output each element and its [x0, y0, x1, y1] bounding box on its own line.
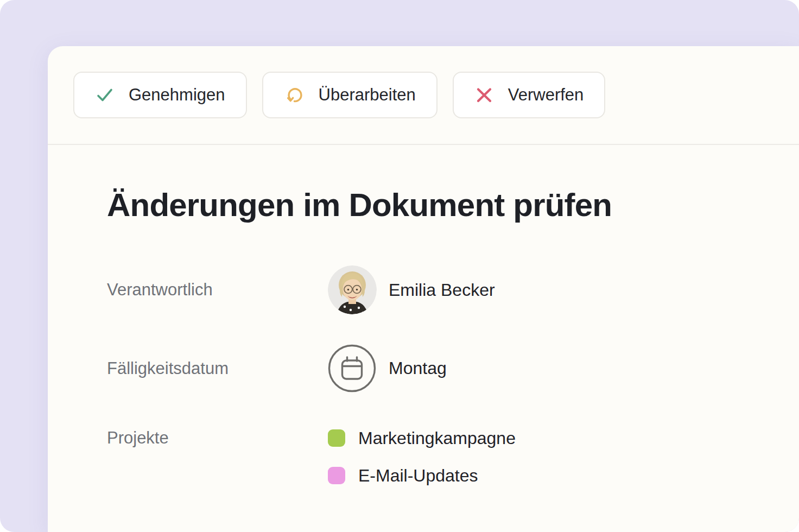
assignee-field-value[interactable]: Emilia Becker — [328, 265, 495, 314]
project-name: Marketingkampagne — [358, 427, 516, 449]
due-date-field-label: Fälligkeitsdatum — [107, 359, 328, 378]
project-item-marketing[interactable]: Marketingkampagne — [328, 427, 516, 449]
check-icon — [95, 85, 115, 105]
due-date-value: Montag — [389, 358, 447, 378]
field-row-assignee: Verantwortlich — [107, 265, 777, 314]
task-detail-card: Genehmigen Überarbeiten — [48, 46, 799, 532]
assignee-field-label: Verantwortlich — [107, 280, 328, 300]
field-row-due-date: Fälligkeitsdatum Montag — [107, 344, 777, 392]
assignee-avatar — [328, 265, 377, 314]
reject-button[interactable]: Verwerfen — [453, 72, 606, 118]
project-item-email[interactable]: E-Mail-Updates — [328, 465, 516, 486]
x-icon — [474, 85, 494, 105]
page-background: Genehmigen Überarbeiten — [0, 0, 799, 532]
approve-button-label: Genehmigen — [129, 85, 225, 105]
due-date-field-value[interactable]: Montag — [328, 344, 447, 392]
project-name: E-Mail-Updates — [358, 465, 478, 486]
task-content: Änderungen im Dokument prüfen Verantwort… — [48, 145, 799, 532]
projects-list: Marketingkampagne E-Mail-Updates — [328, 427, 516, 486]
field-row-projects: Projekte Marketingkampagne E-Mail-Update… — [107, 427, 777, 486]
calendar-icon — [328, 344, 376, 392]
revise-button-label: Überarbeiten — [319, 85, 416, 105]
project-color-swatch — [328, 429, 345, 447]
approve-button[interactable]: Genehmigen — [73, 72, 247, 118]
task-title: Änderungen im Dokument prüfen — [107, 185, 777, 225]
reject-button-label: Verwerfen — [508, 85, 584, 105]
project-color-swatch — [328, 467, 345, 484]
projects-field-label: Projekte — [107, 427, 328, 449]
approval-toolbar: Genehmigen Überarbeiten — [48, 46, 799, 145]
undo-icon — [284, 85, 305, 105]
assignee-name: Emilia Becker — [389, 280, 495, 300]
revise-button[interactable]: Überarbeiten — [262, 72, 437, 118]
